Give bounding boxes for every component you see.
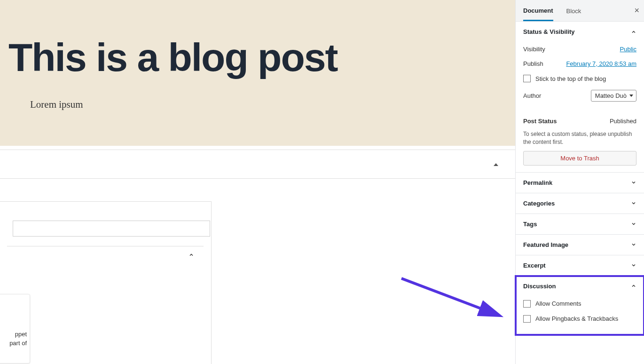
seo-input[interactable] — [13, 221, 210, 237]
tab-block[interactable]: Block — [566, 1, 581, 20]
settings-sidebar: Document Block × Status & Visibility Vis… — [515, 0, 644, 364]
panel-permalink[interactable]: Permalink — [516, 173, 644, 193]
chevron-down-icon — [631, 180, 636, 185]
chevron-up-icon — [631, 283, 636, 289]
hero-area: This is a blog post Lorem ipsum — [0, 0, 515, 146]
post-status-value: Published — [610, 118, 636, 125]
panel-categories-title: Categories — [523, 200, 555, 207]
panel-status-title: Status & Visibility — [523, 28, 575, 35]
meta-bar[interactable] — [0, 150, 515, 179]
panel-featured-image[interactable]: Featured Image — [516, 235, 644, 255]
chevron-down-icon — [631, 242, 636, 247]
panel-tags-title: Tags — [523, 221, 537, 228]
panel-tags[interactable]: Tags — [516, 214, 644, 234]
panel-excerpt-title: Excerpt — [523, 262, 546, 269]
move-to-trash-button[interactable]: Move to Trash — [523, 151, 636, 166]
snippet-line2: part of — [0, 339, 27, 348]
panel-featured-image-title: Featured Image — [523, 241, 568, 248]
sidebar-tabs: Document Block × — [516, 0, 644, 22]
chevron-down-icon — [631, 200, 636, 206]
panel-categories[interactable]: Categories — [516, 193, 644, 214]
publish-value[interactable]: February 7, 2020 8:53 am — [566, 60, 636, 67]
stick-checkbox[interactable] — [523, 75, 531, 82]
triangle-up-icon — [494, 163, 498, 166]
panel-discussion: Discussion Allow Comments Allow Pingback… — [516, 276, 644, 335]
post-body[interactable]: Lorem ipsum — [0, 78, 515, 111]
allow-pingbacks-checkbox[interactable] — [523, 315, 531, 323]
chevron-up-icon — [631, 29, 636, 35]
visibility-value[interactable]: Public — [620, 46, 636, 53]
seo-panel — [0, 201, 212, 364]
tab-document[interactable]: Document — [523, 0, 553, 21]
panel-discussion-title: Discussion — [523, 283, 556, 290]
seo-row[interactable] — [7, 246, 204, 265]
editor-canvas: This is a blog post Lorem ipsum ppet par… — [0, 0, 515, 364]
visibility-label: Visibility — [523, 46, 545, 53]
stick-label: Stick to the top of the blog — [535, 75, 606, 82]
close-icon[interactable]: × — [634, 6, 639, 16]
allow-pingbacks-label: Allow Pingbacks & Trackbacks — [535, 315, 618, 322]
panel-discussion-header[interactable]: Discussion — [516, 276, 644, 296]
author-select[interactable]: Matteo Duò — [591, 90, 636, 102]
author-label: Author — [523, 92, 541, 99]
allow-comments-label: Allow Comments — [535, 300, 581, 307]
svg-line-0 — [401, 278, 498, 315]
post-status-label: Post Status — [523, 118, 557, 125]
panel-permalink-title: Permalink — [523, 179, 552, 186]
snippet-card: ppet part of — [0, 294, 30, 364]
panel-status-header[interactable]: Status & Visibility — [516, 22, 644, 42]
snippet-line1: ppet — [0, 330, 27, 339]
publish-label: Publish — [523, 60, 543, 67]
annotation-arrow — [400, 277, 508, 324]
chevron-down-icon — [631, 262, 636, 268]
chevron-up-icon — [188, 251, 194, 257]
panel-status: Status & Visibility Visibility Public Pu… — [516, 22, 644, 173]
post-title[interactable]: This is a blog post — [0, 14, 515, 78]
post-status-help: To select a custom status, please unpubl… — [523, 128, 636, 151]
chevron-down-icon — [631, 221, 636, 227]
panel-excerpt[interactable]: Excerpt — [516, 255, 644, 276]
allow-comments-checkbox[interactable] — [523, 300, 531, 308]
